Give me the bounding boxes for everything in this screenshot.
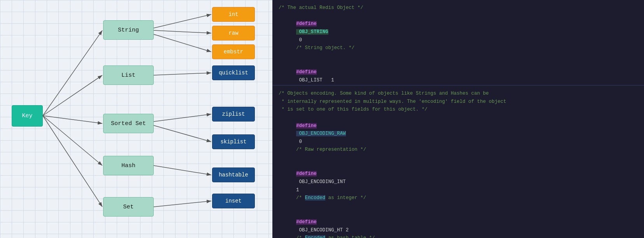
svg-line-8 xyxy=(154,34,211,52)
svg-line-1 xyxy=(43,30,102,116)
svg-line-2 xyxy=(43,75,102,116)
diagram-area: Key String List Sorted Set Hash Set int … xyxy=(0,0,272,238)
int-label: int xyxy=(228,11,238,18)
sorted-set-node: Sorted Set xyxy=(103,114,154,133)
hashtable-label: hashtable xyxy=(219,172,248,178)
raw-encoding-node: raw xyxy=(212,26,255,41)
svg-line-9 xyxy=(154,73,211,75)
svg-line-11 xyxy=(154,125,211,142)
svg-line-10 xyxy=(154,114,211,122)
sorted-set-label: Sorted Set xyxy=(111,120,146,127)
code-panel-bottom: /* Objects encoding. Some kind of object… xyxy=(272,86,644,238)
code-line-enc-ht: #define OBJ_ENCODING_HT 2 /* Encoded as … xyxy=(279,210,638,238)
code-bottom-comment-3: * is set to one of this fields for this … xyxy=(279,106,638,114)
hashtable-encoding-node: hashtable xyxy=(212,167,255,182)
string-node: String xyxy=(103,20,154,40)
ziplist-label: ziplist xyxy=(222,111,245,117)
code-line-list: #define OBJ_LIST 1 /* List object. */ xyxy=(279,60,638,86)
code-area: /* The actual Redis Object */ #define OB… xyxy=(272,0,644,238)
embstr-encoding-node: embstr xyxy=(212,44,255,59)
inset-encoding-node: inset xyxy=(212,194,255,208)
code-bottom-comment-2: * internally represented in multiple way… xyxy=(279,98,638,106)
code-line-enc-int: #define OBJ_ENCODING_INT 1 /* Encoded as… xyxy=(279,162,638,210)
embstr-label: embstr xyxy=(224,49,243,55)
string-label: String xyxy=(118,27,139,33)
inset-label: inset xyxy=(225,198,242,204)
set-label: Set xyxy=(123,204,133,210)
code-line-raw: #define OBJ_ENCODING_RAW 0 /* Raw repres… xyxy=(279,114,638,162)
quicklist-encoding-node: quicklist xyxy=(212,65,255,80)
svg-line-7 xyxy=(154,30,211,33)
skiplist-encoding-node: skiplist xyxy=(212,134,255,149)
key-node: Key xyxy=(12,105,43,127)
code-bottom-comment-1: /* Objects encoding. Some kind of object… xyxy=(279,90,638,98)
code-top-comment: /* The actual Redis Object */ xyxy=(279,4,638,12)
define-kw-2: #define xyxy=(296,69,317,75)
svg-line-3 xyxy=(43,116,102,123)
svg-line-4 xyxy=(43,116,102,166)
list-label: List xyxy=(121,72,135,79)
quicklist-label: quicklist xyxy=(219,70,248,76)
code-panel-top: /* The actual Redis Object */ #define OB… xyxy=(272,0,644,86)
skiplist-label: skiplist xyxy=(220,139,246,145)
code-line-string: #define OBJ_STRING 0 /* String object. *… xyxy=(279,12,638,60)
set-node: Set xyxy=(103,197,154,217)
svg-line-5 xyxy=(43,116,102,207)
svg-line-13 xyxy=(154,201,211,207)
ziplist-encoding-node: ziplist xyxy=(212,107,255,122)
define-kw-1: #define xyxy=(296,21,317,26)
list-node: List xyxy=(103,65,154,85)
key-label: Key xyxy=(22,113,32,119)
svg-line-6 xyxy=(154,14,211,28)
hash-node: Hash xyxy=(103,156,154,175)
raw-label: raw xyxy=(228,30,238,36)
svg-line-12 xyxy=(154,166,211,175)
int-encoding-node: int xyxy=(212,7,255,22)
hash-label: Hash xyxy=(121,162,135,169)
